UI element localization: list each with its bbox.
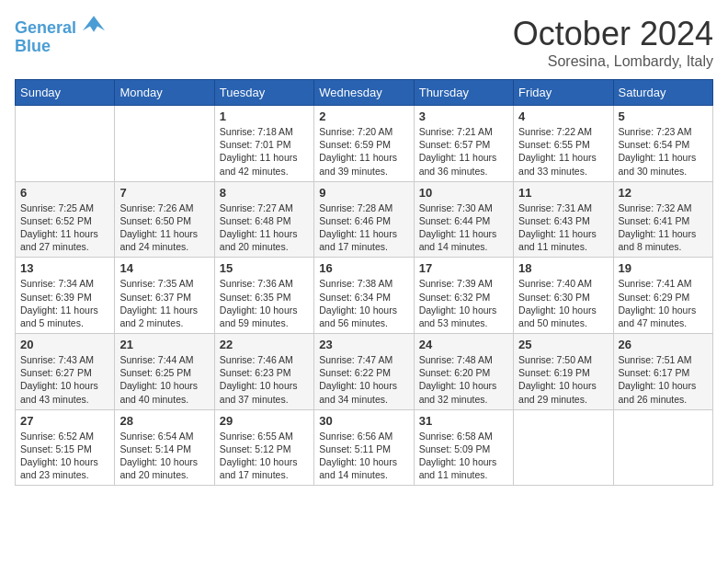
day-info: Sunrise: 7:35 AM Sunset: 6:37 PM Dayligh… <box>119 277 209 329</box>
day-number: 25 <box>518 338 608 351</box>
day-info: Sunrise: 7:40 AM Sunset: 6:30 PM Dayligh… <box>518 277 608 329</box>
location: Soresina, Lombardy, Italy <box>513 53 713 70</box>
day-cell: 11Sunrise: 7:31 AM Sunset: 6:43 PM Dayli… <box>514 181 613 258</box>
day-number: 21 <box>119 338 209 351</box>
day-cell: 24Sunrise: 7:48 AM Sunset: 6:20 PM Dayli… <box>414 334 513 410</box>
weekday-header-thursday: Thursday <box>414 80 513 106</box>
weekday-header-monday: Monday <box>115 80 214 106</box>
day-number: 16 <box>319 261 408 275</box>
day-info: Sunrise: 7:18 AM Sunset: 7:01 PM Dayligh… <box>220 125 309 178</box>
day-number: 24 <box>419 338 508 351</box>
day-cell: 13Sunrise: 7:34 AM Sunset: 6:39 PM Dayli… <box>16 258 115 334</box>
weekday-header-tuesday: Tuesday <box>214 80 313 106</box>
day-number: 15 <box>220 261 309 275</box>
day-cell: 15Sunrise: 7:36 AM Sunset: 6:35 PM Dayli… <box>214 258 313 334</box>
day-cell: 2Sunrise: 7:20 AM Sunset: 6:59 PM Daylig… <box>314 106 414 182</box>
day-number: 4 <box>518 109 608 123</box>
day-number: 8 <box>220 186 309 200</box>
day-info: Sunrise: 7:23 AM Sunset: 6:54 PM Dayligh… <box>619 125 708 178</box>
day-number: 19 <box>619 261 708 275</box>
day-cell: 20Sunrise: 7:43 AM Sunset: 6:27 PM Dayli… <box>16 334 115 410</box>
day-cell: 5Sunrise: 7:23 AM Sunset: 6:54 PM Daylig… <box>613 106 712 182</box>
day-cell: 10Sunrise: 7:30 AM Sunset: 6:44 PM Dayli… <box>414 181 513 258</box>
day-number: 14 <box>119 261 209 275</box>
day-info: Sunrise: 7:51 AM Sunset: 6:17 PM Dayligh… <box>619 353 708 406</box>
day-cell: 16Sunrise: 7:38 AM Sunset: 6:34 PM Dayli… <box>314 258 414 334</box>
week-row-1: 1Sunrise: 7:18 AM Sunset: 7:01 PM Daylig… <box>16 106 713 182</box>
logo: General Blue <box>15 15 105 56</box>
day-info: Sunrise: 7:39 AM Sunset: 6:32 PM Dayligh… <box>419 277 508 329</box>
day-info: Sunrise: 7:34 AM Sunset: 6:39 PM Dayligh… <box>20 277 109 329</box>
day-info: Sunrise: 7:43 AM Sunset: 6:27 PM Dayligh… <box>20 353 109 406</box>
day-number: 27 <box>20 414 109 428</box>
logo-line2: Blue <box>15 37 51 55</box>
day-number: 20 <box>20 338 109 351</box>
day-info: Sunrise: 7:21 AM Sunset: 6:57 PM Dayligh… <box>419 125 508 178</box>
day-info: Sunrise: 7:22 AM Sunset: 6:55 PM Dayligh… <box>518 125 608 178</box>
day-number: 6 <box>20 186 109 200</box>
week-row-5: 27Sunrise: 6:52 AM Sunset: 5:15 PM Dayli… <box>16 409 713 486</box>
day-cell: 21Sunrise: 7:44 AM Sunset: 6:25 PM Dayli… <box>115 334 214 410</box>
day-number: 18 <box>518 261 608 275</box>
day-cell <box>514 409 613 486</box>
day-number: 7 <box>119 186 209 200</box>
weekday-header-wednesday: Wednesday <box>314 80 414 106</box>
day-number: 5 <box>619 109 708 123</box>
day-cell: 25Sunrise: 7:50 AM Sunset: 6:19 PM Dayli… <box>514 334 613 410</box>
day-info: Sunrise: 6:55 AM Sunset: 5:12 PM Dayligh… <box>220 430 309 482</box>
day-info: Sunrise: 7:36 AM Sunset: 6:35 PM Dayligh… <box>220 277 309 329</box>
week-row-2: 6Sunrise: 7:25 AM Sunset: 6:52 PM Daylig… <box>16 181 713 258</box>
day-number: 2 <box>319 109 408 123</box>
month-title: October 2024 <box>513 15 713 53</box>
day-cell: 23Sunrise: 7:47 AM Sunset: 6:22 PM Dayli… <box>314 334 414 410</box>
svg-marker-0 <box>83 16 105 32</box>
day-info: Sunrise: 6:52 AM Sunset: 5:15 PM Dayligh… <box>20 430 109 482</box>
day-cell: 17Sunrise: 7:39 AM Sunset: 6:32 PM Dayli… <box>414 258 513 334</box>
day-info: Sunrise: 7:41 AM Sunset: 6:29 PM Dayligh… <box>619 277 708 329</box>
weekday-header-row: SundayMondayTuesdayWednesdayThursdayFrid… <box>16 80 713 106</box>
day-number: 12 <box>619 186 708 200</box>
day-info: Sunrise: 6:58 AM Sunset: 5:09 PM Dayligh… <box>419 430 508 482</box>
day-info: Sunrise: 7:20 AM Sunset: 6:59 PM Dayligh… <box>319 125 408 178</box>
day-number: 11 <box>518 186 608 200</box>
day-number: 13 <box>20 261 109 275</box>
day-cell: 27Sunrise: 6:52 AM Sunset: 5:15 PM Dayli… <box>16 409 115 486</box>
day-cell: 8Sunrise: 7:27 AM Sunset: 6:48 PM Daylig… <box>214 181 313 258</box>
day-info: Sunrise: 7:25 AM Sunset: 6:52 PM Dayligh… <box>20 201 109 254</box>
day-number: 30 <box>319 414 408 428</box>
day-info: Sunrise: 6:54 AM Sunset: 5:14 PM Dayligh… <box>119 430 209 482</box>
page-header: General Blue October 2024 Soresina, Lomb… <box>15 15 713 70</box>
day-info: Sunrise: 7:46 AM Sunset: 6:23 PM Dayligh… <box>220 353 309 406</box>
day-info: Sunrise: 7:28 AM Sunset: 6:46 PM Dayligh… <box>319 201 408 254</box>
week-row-3: 13Sunrise: 7:34 AM Sunset: 6:39 PM Dayli… <box>16 258 713 334</box>
day-cell: 19Sunrise: 7:41 AM Sunset: 6:29 PM Dayli… <box>613 258 712 334</box>
day-cell: 30Sunrise: 6:56 AM Sunset: 5:11 PM Dayli… <box>314 409 414 486</box>
day-cell <box>613 409 712 486</box>
day-cell: 7Sunrise: 7:26 AM Sunset: 6:50 PM Daylig… <box>115 181 214 258</box>
logo-line2-text: Blue <box>15 38 105 56</box>
logo-bird-icon <box>83 15 105 33</box>
day-number: 28 <box>119 414 209 428</box>
day-cell: 22Sunrise: 7:46 AM Sunset: 6:23 PM Dayli… <box>214 334 313 410</box>
day-cell: 28Sunrise: 6:54 AM Sunset: 5:14 PM Dayli… <box>115 409 214 486</box>
day-info: Sunrise: 7:27 AM Sunset: 6:48 PM Dayligh… <box>220 201 309 254</box>
day-info: Sunrise: 7:38 AM Sunset: 6:34 PM Dayligh… <box>319 277 408 329</box>
day-number: 17 <box>419 261 508 275</box>
day-cell: 3Sunrise: 7:21 AM Sunset: 6:57 PM Daylig… <box>414 106 513 182</box>
day-cell: 29Sunrise: 6:55 AM Sunset: 5:12 PM Dayli… <box>214 409 313 486</box>
day-number: 29 <box>220 414 309 428</box>
day-cell <box>16 106 115 182</box>
day-cell: 6Sunrise: 7:25 AM Sunset: 6:52 PM Daylig… <box>16 181 115 258</box>
logo-line1: General <box>15 18 76 37</box>
day-cell: 1Sunrise: 7:18 AM Sunset: 7:01 PM Daylig… <box>214 106 313 182</box>
day-cell: 31Sunrise: 6:58 AM Sunset: 5:09 PM Dayli… <box>414 409 513 486</box>
day-info: Sunrise: 7:47 AM Sunset: 6:22 PM Dayligh… <box>319 353 408 406</box>
day-cell: 12Sunrise: 7:32 AM Sunset: 6:41 PM Dayli… <box>613 181 712 258</box>
day-info: Sunrise: 7:44 AM Sunset: 6:25 PM Dayligh… <box>119 353 209 406</box>
day-cell: 4Sunrise: 7:22 AM Sunset: 6:55 PM Daylig… <box>514 106 613 182</box>
day-number: 31 <box>419 414 508 428</box>
day-cell: 14Sunrise: 7:35 AM Sunset: 6:37 PM Dayli… <box>115 258 214 334</box>
title-block: October 2024 Soresina, Lombardy, Italy <box>513 15 713 70</box>
day-number: 23 <box>319 338 408 351</box>
logo-text: General <box>15 15 105 38</box>
